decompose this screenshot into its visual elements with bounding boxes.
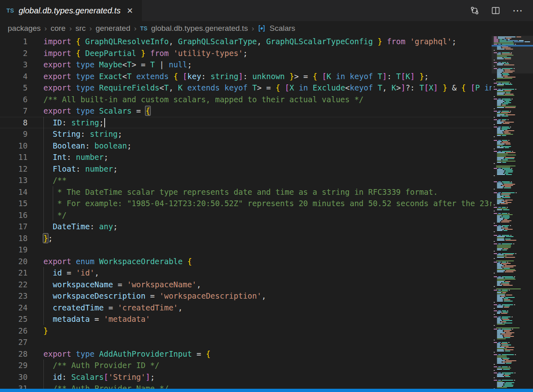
indent-guide	[43, 302, 44, 314]
code-line[interactable]: 11 Int: number;	[0, 151, 492, 163]
breadcrumb-item-core[interactable]: core	[51, 24, 66, 33]
more-actions-icon[interactable]: ⋯	[512, 9, 523, 13]
code-line[interactable]: 6/** All built-in and custom scalars, ma…	[0, 94, 492, 106]
minimap-row	[494, 323, 533, 323]
line-number: 26	[0, 325, 28, 337]
minimap-row	[494, 324, 533, 325]
minimap-row	[494, 286, 533, 287]
minimap-row	[494, 312, 533, 312]
code-line[interactable]: 31 /** Auth Provider Name */	[0, 383, 492, 389]
code-line[interactable]: 14 * The DateTime scalar type represents…	[0, 186, 492, 198]
minimap-row	[494, 278, 533, 278]
minimap-row	[494, 306, 533, 306]
code-line[interactable]: 2import { DeepPartial } from 'utility-ty…	[0, 47, 492, 59]
minimap-row	[494, 61, 533, 62]
code-line[interactable]: 7export type Scalars = {	[0, 105, 492, 117]
code-line[interactable]: 28export type AddAuthProviderInput = {	[0, 348, 492, 360]
breadcrumb-item-packages[interactable]: packages	[8, 24, 41, 33]
code-line[interactable]: 3export type Maybe<T> = T | null;	[0, 59, 492, 71]
editor-actions: ⋯	[470, 0, 533, 21]
minimap-row	[494, 67, 533, 68]
minimap-row	[494, 97, 533, 98]
minimap-row	[494, 257, 533, 258]
minimap-row	[494, 83, 533, 84]
tab-global-db-types[interactable]: TS global.db.types.generated.ts ✕	[0, 0, 142, 21]
breadcrumb-item-file[interactable]: global.db.types.generated.ts	[151, 24, 248, 33]
code-line[interactable]: 10 Boolean: boolean;	[0, 140, 492, 152]
minimap-row	[494, 258, 533, 259]
minimap-row	[494, 217, 533, 218]
code-line[interactable]: 8 ID: string;	[0, 117, 492, 129]
minimap-row	[494, 124, 533, 125]
minimap-row	[494, 168, 533, 169]
code-line[interactable]: 15 * For example: "1985-04-12T23:20:50.5…	[0, 198, 492, 209]
code-line[interactable]: 23 workspaceDescription = 'workspaceDesc…	[0, 290, 492, 302]
code-line[interactable]: 21 id = 'id',	[0, 267, 492, 279]
line-number: 2	[0, 47, 28, 59]
code-line[interactable]: 18};	[0, 233, 492, 244]
minimap-row	[494, 71, 533, 71]
code-line[interactable]: 24 createdTime = 'createdTime',	[0, 302, 492, 314]
minimap-row	[494, 318, 533, 319]
minimap-row	[494, 253, 533, 254]
code-line[interactable]: 17 DateTime: any;	[0, 221, 492, 233]
code-line[interactable]: 26}	[0, 325, 492, 337]
typescript-icon: TS	[6, 7, 14, 14]
minimap-row	[494, 265, 533, 266]
minimap-row	[494, 341, 533, 342]
code-line[interactable]: 12 Float: number;	[0, 163, 492, 175]
code-area[interactable]: 1import { GraphQLResolveInfo, GraphQLSca…	[0, 36, 492, 389]
code-line[interactable]: 25 metadata = 'metadata'	[0, 313, 492, 325]
minimap-row	[494, 170, 533, 171]
minimap-row	[494, 50, 533, 51]
code-line[interactable]: 30 id: Scalars['String'];	[0, 371, 492, 383]
minimap-row	[494, 46, 533, 47]
minimap-row	[494, 135, 533, 136]
split-editor-icon[interactable]	[491, 6, 500, 15]
code-line[interactable]: 5export type RequireFields<T, K extends …	[0, 82, 492, 94]
breadcrumb-item-generated[interactable]: generated	[96, 24, 131, 33]
minimap[interactable]	[492, 36, 533, 389]
minimap-row	[494, 187, 533, 188]
indent-guide	[43, 209, 44, 221]
minimap-row	[494, 250, 533, 250]
minimap-row	[494, 340, 533, 340]
line-content: id: Scalars['String'];	[43, 371, 155, 383]
breadcrumb-separator: ›	[44, 24, 47, 33]
code-line[interactable]: 4export type Exact<T extends { [key: str…	[0, 71, 492, 82]
minimap-row	[494, 319, 533, 320]
minimap-row	[494, 248, 533, 249]
minimap-row	[494, 191, 533, 192]
line-number: 24	[0, 302, 28, 314]
code-line[interactable]: 1import { GraphQLResolveInfo, GraphQLSca…	[0, 36, 492, 47]
minimap-row	[494, 388, 533, 389]
minimap-row	[494, 264, 533, 265]
minimap-row	[494, 134, 533, 135]
minimap-row	[494, 280, 533, 281]
code-line[interactable]: 13 /**	[0, 174, 492, 186]
minimap-row	[494, 338, 533, 339]
breadcrumb: packages›core›src›generated›TSglobal.db.…	[0, 21, 533, 36]
code-line[interactable]: 16 */	[0, 209, 492, 221]
line-number: 4	[0, 71, 28, 82]
minimap-row	[494, 196, 533, 197]
code-line[interactable]: 29 /** Auth Provider ID */	[0, 360, 492, 371]
minimap-row	[494, 74, 533, 75]
minimap-row	[494, 96, 533, 97]
open-changes-icon[interactable]	[470, 6, 479, 15]
breadcrumb-item-src[interactable]: src	[75, 24, 86, 33]
breadcrumb-item-symbol[interactable]: Scalars	[269, 24, 295, 33]
minimap-row	[494, 366, 533, 367]
minimap-row	[494, 94, 533, 95]
minimap-row	[494, 352, 533, 353]
code-line[interactable]: 20export enum WorkspaceOrderable {	[0, 256, 492, 267]
code-line[interactable]: 22 workspaceName = 'workspaceName',	[0, 279, 492, 291]
code-line[interactable]: 9 String: string;	[0, 128, 492, 140]
close-tab-icon[interactable]: ✕	[125, 5, 135, 16]
minimap-row	[494, 289, 533, 289]
line-content: ID: string;	[43, 117, 105, 129]
code-line[interactable]: 27	[0, 336, 492, 348]
minimap-row	[494, 239, 533, 239]
code-line[interactable]: 19	[0, 244, 492, 256]
minimap-row	[494, 365, 533, 366]
